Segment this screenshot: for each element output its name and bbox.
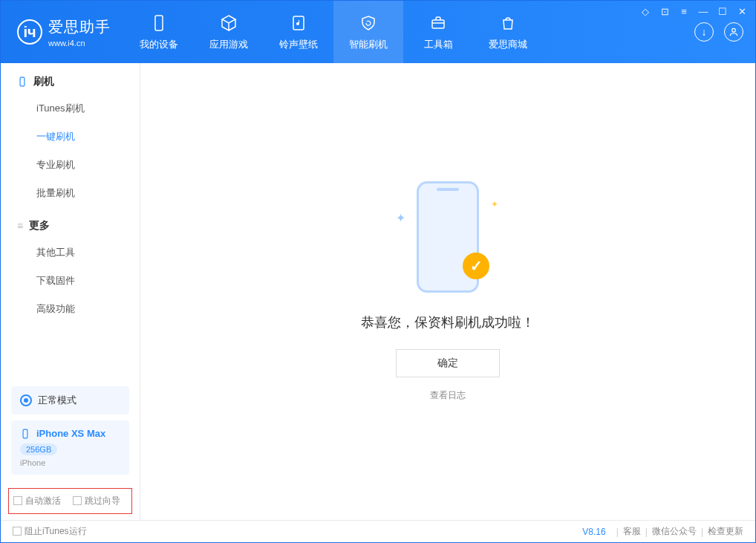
- check-skip-guide[interactable]: 跳过向导: [73, 495, 120, 507]
- mode-block[interactable]: 正常模式: [11, 386, 129, 414]
- skin-icon[interactable]: ◇: [639, 5, 651, 17]
- tab-ringtones[interactable]: 铃声壁纸: [264, 1, 333, 63]
- music-icon: [288, 13, 309, 33]
- tab-label: 铃声壁纸: [279, 38, 318, 51]
- sidebar-item-oneclick-flash[interactable]: 一键刷机: [1, 123, 140, 151]
- device-name: iPhone XS Max: [36, 428, 105, 439]
- lock-icon[interactable]: ⊡: [659, 5, 671, 17]
- footer-bar: 阻止iTunes运行 V8.16 | 客服 | 微信公众号 | 检查更新: [1, 520, 755, 542]
- sidebar-item-advanced[interactable]: 高级功能: [1, 295, 140, 323]
- check-badge-icon: ✓: [463, 253, 489, 279]
- header-right: ↓: [694, 22, 755, 42]
- mode-label: 正常模式: [38, 394, 76, 407]
- tab-apps[interactable]: 应用游戏: [194, 1, 264, 63]
- device-block[interactable]: iPhone XS Max 256GB iPhone: [11, 420, 129, 475]
- sparkle-icon: ✦: [491, 199, 498, 209]
- logo-icon: iч: [17, 19, 42, 45]
- logo-block: iч 爱思助手 www.i4.cn: [1, 17, 124, 48]
- tab-flash[interactable]: 智能刷机: [333, 1, 403, 63]
- mode-icon: [20, 394, 32, 406]
- minimize-button[interactable]: ―: [697, 5, 709, 17]
- footer-link-update[interactable]: 检查更新: [708, 525, 743, 538]
- main-content: ✦ ✦ ✓ 恭喜您，保资料刷机成功啦！ 确定 查看日志: [140, 63, 755, 520]
- maximize-button[interactable]: ☐: [717, 5, 729, 17]
- check-block-itunes[interactable]: 阻止iTunes运行: [13, 525, 87, 538]
- sidebar-item-itunes-flash[interactable]: iTunes刷机: [1, 94, 140, 123]
- footer-link-support[interactable]: 客服: [623, 525, 641, 538]
- sidebar-item-other-tools[interactable]: 其他工具: [1, 238, 140, 267]
- check-auto-activate[interactable]: 自动激活: [13, 495, 61, 507]
- sidebar-group-flash: 刷机: [1, 63, 140, 94]
- tab-label: 爱思商城: [489, 38, 527, 51]
- sidebar-item-batch-flash[interactable]: 批量刷机: [1, 179, 140, 207]
- sidebar-item-download-fw[interactable]: 下载固件: [1, 267, 140, 295]
- success-message: 恭喜您，保资料刷机成功啦！: [361, 313, 535, 331]
- sidebar-item-pro-flash[interactable]: 专业刷机: [1, 151, 140, 179]
- tab-label: 应用游戏: [209, 38, 248, 51]
- device-icon: [20, 429, 30, 439]
- body-area: 刷机 iTunes刷机 一键刷机 专业刷机 批量刷机 ≡ 更多 其他工具 下载固…: [1, 63, 755, 520]
- bag-icon: [498, 13, 518, 33]
- phone-icon: [149, 13, 169, 33]
- view-log-link[interactable]: 查看日志: [430, 389, 466, 402]
- bottom-checks: 自动激活 跳过向导: [8, 488, 132, 514]
- device-small-icon: [17, 77, 27, 87]
- tab-toolbox[interactable]: 工具箱: [403, 1, 473, 63]
- device-type: iPhone: [20, 458, 120, 467]
- svg-rect-5: [20, 77, 25, 86]
- version-label: V8.16: [582, 527, 605, 537]
- sidebar: 刷机 iTunes刷机 一键刷机 专业刷机 批量刷机 ≡ 更多 其他工具 下载固…: [1, 63, 140, 520]
- svg-point-4: [732, 28, 736, 32]
- app-window: ◇ ⊡ ≡ ― ☐ ✕ iч 爱思助手 www.i4.cn 我的设备 应用游戏: [0, 0, 756, 543]
- ok-button[interactable]: 确定: [396, 349, 500, 377]
- header-bar: ◇ ⊡ ≡ ― ☐ ✕ iч 爱思助手 www.i4.cn 我的设备 应用游戏: [1, 1, 755, 63]
- tab-store[interactable]: 爱思商城: [473, 1, 543, 63]
- svg-rect-0: [155, 16, 163, 30]
- success-illustration: ✦ ✦ ✓: [403, 181, 492, 300]
- footer-link-wechat[interactable]: 微信公众号: [652, 525, 697, 538]
- app-site: www.i4.cn: [48, 39, 111, 48]
- list-icon: ≡: [17, 220, 23, 232]
- window-controls: ◇ ⊡ ≡ ― ☐ ✕: [639, 5, 748, 17]
- tab-my-device[interactable]: 我的设备: [124, 1, 194, 63]
- toolbox-icon: [428, 13, 449, 33]
- tab-label: 工具箱: [424, 38, 453, 51]
- tab-label: 我的设备: [140, 38, 178, 51]
- device-capacity: 256GB: [20, 443, 57, 455]
- svg-rect-2: [432, 20, 444, 28]
- close-button[interactable]: ✕: [736, 5, 748, 17]
- download-icon[interactable]: ↓: [694, 22, 714, 42]
- menu-icon[interactable]: ≡: [678, 5, 690, 17]
- nav-tabs: 我的设备 应用游戏 铃声壁纸 智能刷机 工具箱 爱思商城: [124, 1, 543, 63]
- svg-rect-6: [23, 429, 27, 438]
- tab-label: 智能刷机: [349, 38, 388, 51]
- sidebar-group-more: ≡ 更多: [1, 207, 140, 238]
- cube-icon: [218, 13, 239, 33]
- app-title: 爱思助手: [48, 17, 111, 37]
- user-icon[interactable]: [724, 22, 743, 42]
- refresh-shield-icon: [358, 13, 379, 33]
- sparkle-icon: ✦: [396, 211, 405, 225]
